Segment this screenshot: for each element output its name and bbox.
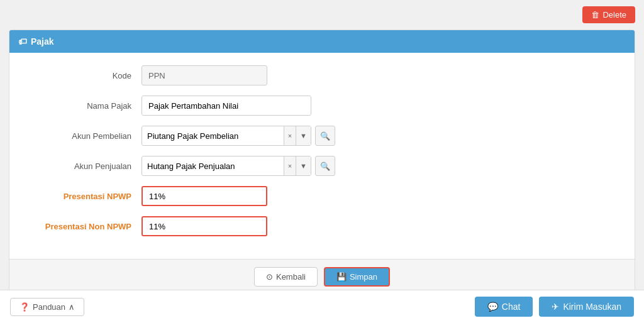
akun-penjualan-input[interactable] <box>142 158 284 174</box>
simpan-label: Simpan <box>350 272 377 282</box>
akun-pembelian-dropdown-btn[interactable]: ▼ <box>296 126 311 145</box>
card-title: Pajak <box>31 36 54 47</box>
non-npwp-input[interactable] <box>142 216 267 236</box>
akun-penjualan-search-btn[interactable]: 🔍 <box>315 156 335 176</box>
akun-pembelian-label: Akun Pembelian <box>28 131 142 141</box>
panduan-label: Panduan <box>33 302 65 312</box>
akun-pembelian-select-wrapper: × ▼ <box>142 126 311 146</box>
nama-input[interactable] <box>142 96 311 116</box>
chat-icon: 💬 <box>487 302 498 312</box>
pajak-card: 🏷 Pajak Kode Nama Pajak Akun Pembelian ×… <box>9 30 635 295</box>
akun-pembelian-search-btn[interactable]: 🔍 <box>315 126 335 146</box>
akun-penjualan-dropdown-btn[interactable]: ▼ <box>296 156 311 175</box>
kode-input[interactable] <box>142 65 267 85</box>
chat-button[interactable]: 💬 Chat <box>475 297 533 317</box>
chevron-down-icon: ∧ <box>69 302 75 312</box>
bottom-right-actions: 💬 Chat ✈ Kirim Masukan <box>475 297 634 317</box>
delete-label: Delete <box>602 10 626 19</box>
search-icon-2: 🔍 <box>320 162 330 171</box>
send-icon: ✈ <box>552 302 559 312</box>
akun-pembelian-row: Akun Pembelian × ▼ 🔍 <box>28 126 616 146</box>
kode-label: Kode <box>28 71 142 80</box>
akun-pembelian-input[interactable] <box>142 128 284 144</box>
nama-label: Nama Pajak <box>28 101 142 111</box>
trash-icon: 🗑 <box>591 10 599 19</box>
akun-pembelian-clear-btn[interactable]: × <box>284 126 296 145</box>
simpan-button[interactable]: 💾 Simpan <box>324 267 390 287</box>
save-icon: 💾 <box>336 272 347 282</box>
kirim-label: Kirim Masukan <box>563 302 621 312</box>
bottom-bar: ❓ Panduan ∧ 💬 Chat ✈ Kirim Masukan <box>0 290 644 323</box>
chat-label: Chat <box>502 302 521 312</box>
card-body: Kode Nama Pajak Akun Pembelian × ▼ 🔍 Aku… <box>9 53 635 259</box>
npwp-row: Presentasi NPWP <box>28 186 616 206</box>
tag-icon: 🏷 <box>18 36 27 47</box>
kembali-button[interactable]: ⊙ Kembali <box>254 267 318 287</box>
akun-penjualan-label: Akun Penjualan <box>28 162 142 171</box>
nama-row: Nama Pajak <box>28 96 616 116</box>
kirim-button[interactable]: ✈ Kirim Masukan <box>539 297 634 317</box>
akun-penjualan-select-wrapper: × ▼ <box>142 156 311 176</box>
help-icon: ❓ <box>19 302 30 312</box>
akun-penjualan-row: Akun Penjualan × ▼ 🔍 <box>28 156 616 176</box>
top-bar: 🗑 Delete <box>0 0 644 30</box>
npwp-label: Presentasi NPWP <box>28 192 142 201</box>
akun-penjualan-clear-btn[interactable]: × <box>284 156 296 175</box>
delete-button[interactable]: 🗑 Delete <box>582 6 635 23</box>
non-npwp-label: Presentasi Non NPWP <box>28 222 142 231</box>
panduan-button[interactable]: ❓ Panduan ∧ <box>10 298 84 316</box>
non-npwp-row: Presentasi Non NPWP <box>28 216 616 236</box>
kode-row: Kode <box>28 65 616 85</box>
back-icon: ⊙ <box>266 272 273 282</box>
kembali-label: Kembali <box>276 272 306 282</box>
npwp-input[interactable] <box>142 186 267 206</box>
card-footer: ⊙ Kembali 💾 Simpan <box>9 259 635 294</box>
search-icon: 🔍 <box>320 131 330 141</box>
card-header: 🏷 Pajak <box>9 30 635 53</box>
